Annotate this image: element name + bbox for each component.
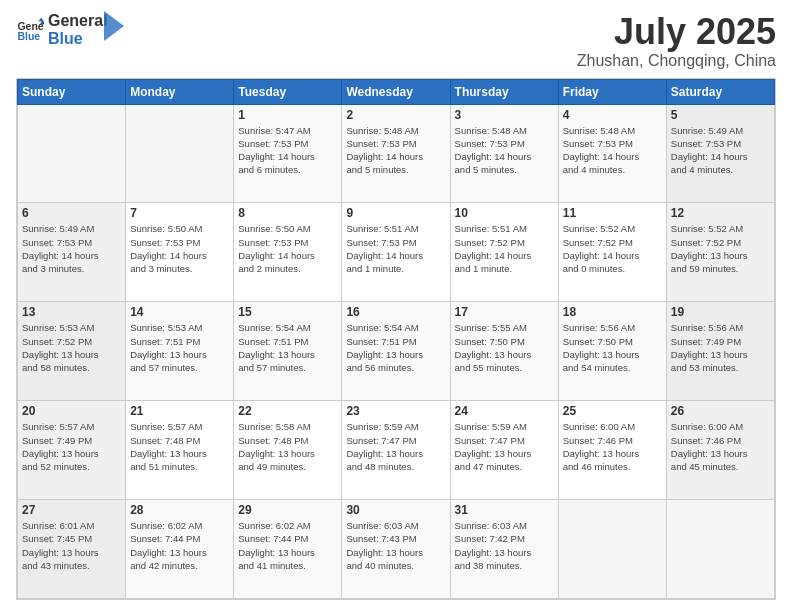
day-info: Sunrise: 5:56 AM Sunset: 7:49 PM Dayligh… xyxy=(671,321,770,374)
calendar-body: 1Sunrise: 5:47 AM Sunset: 7:53 PM Daylig… xyxy=(18,104,775,598)
day-number: 28 xyxy=(130,503,229,517)
day-number: 26 xyxy=(671,404,770,418)
calendar: SundayMondayTuesdayWednesdayThursdayFrid… xyxy=(16,78,776,600)
calendar-cell: 28Sunrise: 6:02 AM Sunset: 7:44 PM Dayli… xyxy=(126,500,234,599)
day-number: 24 xyxy=(455,404,554,418)
calendar-cell: 25Sunrise: 6:00 AM Sunset: 7:46 PM Dayli… xyxy=(558,401,666,500)
calendar-cell: 20Sunrise: 5:57 AM Sunset: 7:49 PM Dayli… xyxy=(18,401,126,500)
calendar-cell: 13Sunrise: 5:53 AM Sunset: 7:52 PM Dayli… xyxy=(18,302,126,401)
calendar-cell: 17Sunrise: 5:55 AM Sunset: 7:50 PM Dayli… xyxy=(450,302,558,401)
weekday-header-friday: Friday xyxy=(558,79,666,104)
day-number: 5 xyxy=(671,108,770,122)
calendar-cell: 3Sunrise: 5:48 AM Sunset: 7:53 PM Daylig… xyxy=(450,104,558,203)
day-number: 16 xyxy=(346,305,445,319)
day-info: Sunrise: 6:03 AM Sunset: 7:43 PM Dayligh… xyxy=(346,519,445,572)
calendar-cell: 7Sunrise: 5:50 AM Sunset: 7:53 PM Daylig… xyxy=(126,203,234,302)
day-info: Sunrise: 5:48 AM Sunset: 7:53 PM Dayligh… xyxy=(455,124,554,177)
day-info: Sunrise: 5:57 AM Sunset: 7:48 PM Dayligh… xyxy=(130,420,229,473)
day-info: Sunrise: 6:02 AM Sunset: 7:44 PM Dayligh… xyxy=(130,519,229,572)
day-info: Sunrise: 5:48 AM Sunset: 7:53 PM Dayligh… xyxy=(563,124,662,177)
weekday-header-saturday: Saturday xyxy=(666,79,774,104)
day-number: 27 xyxy=(22,503,121,517)
day-info: Sunrise: 5:49 AM Sunset: 7:53 PM Dayligh… xyxy=(671,124,770,177)
calendar-cell: 5Sunrise: 5:49 AM Sunset: 7:53 PM Daylig… xyxy=(666,104,774,203)
day-number: 17 xyxy=(455,305,554,319)
day-info: Sunrise: 5:52 AM Sunset: 7:52 PM Dayligh… xyxy=(563,222,662,275)
calendar-cell: 15Sunrise: 5:54 AM Sunset: 7:51 PM Dayli… xyxy=(234,302,342,401)
logo-blue: Blue xyxy=(48,30,108,48)
day-info: Sunrise: 5:51 AM Sunset: 7:52 PM Dayligh… xyxy=(455,222,554,275)
calendar-cell: 10Sunrise: 5:51 AM Sunset: 7:52 PM Dayli… xyxy=(450,203,558,302)
day-number: 2 xyxy=(346,108,445,122)
day-number: 8 xyxy=(238,206,337,220)
calendar-cell: 21Sunrise: 5:57 AM Sunset: 7:48 PM Dayli… xyxy=(126,401,234,500)
calendar-cell: 12Sunrise: 5:52 AM Sunset: 7:52 PM Dayli… xyxy=(666,203,774,302)
day-info: Sunrise: 5:59 AM Sunset: 7:47 PM Dayligh… xyxy=(455,420,554,473)
calendar-cell: 23Sunrise: 5:59 AM Sunset: 7:47 PM Dayli… xyxy=(342,401,450,500)
svg-text:Blue: Blue xyxy=(17,29,40,41)
day-number: 1 xyxy=(238,108,337,122)
day-number: 15 xyxy=(238,305,337,319)
day-info: Sunrise: 5:53 AM Sunset: 7:51 PM Dayligh… xyxy=(130,321,229,374)
day-info: Sunrise: 5:57 AM Sunset: 7:49 PM Dayligh… xyxy=(22,420,121,473)
day-number: 25 xyxy=(563,404,662,418)
weekday-header-tuesday: Tuesday xyxy=(234,79,342,104)
calendar-cell: 9Sunrise: 5:51 AM Sunset: 7:53 PM Daylig… xyxy=(342,203,450,302)
calendar-cell: 18Sunrise: 5:56 AM Sunset: 7:50 PM Dayli… xyxy=(558,302,666,401)
day-number: 29 xyxy=(238,503,337,517)
day-number: 9 xyxy=(346,206,445,220)
calendar-cell xyxy=(558,500,666,599)
logo-icon: General Blue xyxy=(16,16,44,44)
calendar-cell xyxy=(126,104,234,203)
day-info: Sunrise: 5:59 AM Sunset: 7:47 PM Dayligh… xyxy=(346,420,445,473)
calendar-cell: 11Sunrise: 5:52 AM Sunset: 7:52 PM Dayli… xyxy=(558,203,666,302)
calendar-cell: 30Sunrise: 6:03 AM Sunset: 7:43 PM Dayli… xyxy=(342,500,450,599)
day-number: 10 xyxy=(455,206,554,220)
day-number: 6 xyxy=(22,206,121,220)
calendar-cell: 14Sunrise: 5:53 AM Sunset: 7:51 PM Dayli… xyxy=(126,302,234,401)
title-block: July 2025 Zhushan, Chongqing, China xyxy=(577,12,776,70)
calendar-cell: 8Sunrise: 5:50 AM Sunset: 7:53 PM Daylig… xyxy=(234,203,342,302)
calendar-cell: 26Sunrise: 6:00 AM Sunset: 7:46 PM Dayli… xyxy=(666,401,774,500)
day-info: Sunrise: 5:47 AM Sunset: 7:53 PM Dayligh… xyxy=(238,124,337,177)
day-info: Sunrise: 5:52 AM Sunset: 7:52 PM Dayligh… xyxy=(671,222,770,275)
day-number: 14 xyxy=(130,305,229,319)
calendar-cell: 27Sunrise: 6:01 AM Sunset: 7:45 PM Dayli… xyxy=(18,500,126,599)
calendar-week-4: 20Sunrise: 5:57 AM Sunset: 7:49 PM Dayli… xyxy=(18,401,775,500)
day-number: 12 xyxy=(671,206,770,220)
location-title: Zhushan, Chongqing, China xyxy=(577,52,776,70)
day-info: Sunrise: 5:56 AM Sunset: 7:50 PM Dayligh… xyxy=(563,321,662,374)
logo-arrow-icon xyxy=(104,11,124,41)
calendar-cell: 4Sunrise: 5:48 AM Sunset: 7:53 PM Daylig… xyxy=(558,104,666,203)
weekday-header-thursday: Thursday xyxy=(450,79,558,104)
calendar-header: SundayMondayTuesdayWednesdayThursdayFrid… xyxy=(18,79,775,104)
day-number: 31 xyxy=(455,503,554,517)
day-info: Sunrise: 5:53 AM Sunset: 7:52 PM Dayligh… xyxy=(22,321,121,374)
svg-marker-4 xyxy=(104,11,124,41)
header: General Blue General Blue July 2025 Zhus… xyxy=(16,12,776,70)
day-number: 18 xyxy=(563,305,662,319)
calendar-cell: 6Sunrise: 5:49 AM Sunset: 7:53 PM Daylig… xyxy=(18,203,126,302)
calendar-cell: 2Sunrise: 5:48 AM Sunset: 7:53 PM Daylig… xyxy=(342,104,450,203)
weekday-header-wednesday: Wednesday xyxy=(342,79,450,104)
day-info: Sunrise: 5:54 AM Sunset: 7:51 PM Dayligh… xyxy=(238,321,337,374)
calendar-cell: 22Sunrise: 5:58 AM Sunset: 7:48 PM Dayli… xyxy=(234,401,342,500)
calendar-page: General Blue General Blue July 2025 Zhus… xyxy=(0,0,792,612)
logo-general: General xyxy=(48,12,108,30)
day-number: 22 xyxy=(238,404,337,418)
calendar-table: SundayMondayTuesdayWednesdayThursdayFrid… xyxy=(17,79,775,599)
day-number: 23 xyxy=(346,404,445,418)
day-info: Sunrise: 6:00 AM Sunset: 7:46 PM Dayligh… xyxy=(671,420,770,473)
calendar-cell xyxy=(18,104,126,203)
day-info: Sunrise: 6:02 AM Sunset: 7:44 PM Dayligh… xyxy=(238,519,337,572)
day-number: 13 xyxy=(22,305,121,319)
day-number: 19 xyxy=(671,305,770,319)
calendar-cell xyxy=(666,500,774,599)
calendar-week-2: 6Sunrise: 5:49 AM Sunset: 7:53 PM Daylig… xyxy=(18,203,775,302)
month-title: July 2025 xyxy=(577,12,776,52)
calendar-cell: 29Sunrise: 6:02 AM Sunset: 7:44 PM Dayli… xyxy=(234,500,342,599)
day-info: Sunrise: 5:49 AM Sunset: 7:53 PM Dayligh… xyxy=(22,222,121,275)
calendar-week-1: 1Sunrise: 5:47 AM Sunset: 7:53 PM Daylig… xyxy=(18,104,775,203)
day-number: 30 xyxy=(346,503,445,517)
calendar-cell: 19Sunrise: 5:56 AM Sunset: 7:49 PM Dayli… xyxy=(666,302,774,401)
